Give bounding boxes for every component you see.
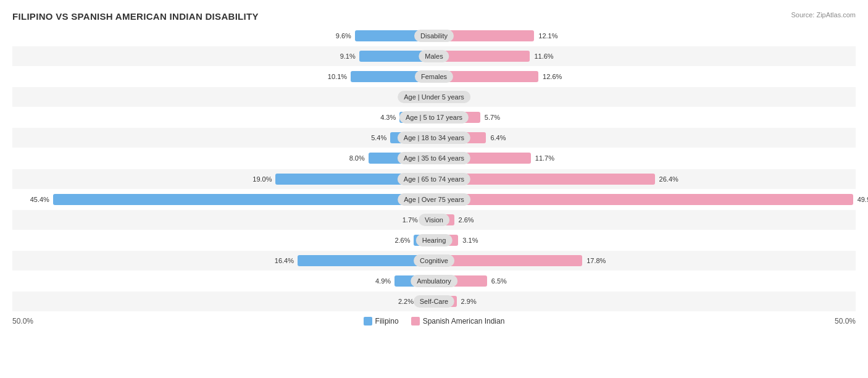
bar-right [435,51,530,62]
bar-label: Self-Care [414,295,454,308]
val-left: 1.7% [403,216,420,224]
val-right: 5.7% [485,114,500,121]
row-inner: 9.1% Males 11.6% [12,49,856,63]
bar-label: Males [419,50,449,62]
bar-row: 5.4% Age | 18 to 34 years 6.4% [12,128,856,148]
bar-row: 9.6% Disability 12.1% [12,26,856,46]
bar-left [53,194,433,205]
val-right: 6.4% [490,134,506,141]
val-left: 45.4% [30,196,51,203]
bar-label: Age | 18 to 34 years [398,132,470,144]
val-right: 49.9% [858,196,868,203]
bar-row: 19.0% Age | 65 to 74 years 26.4% [12,169,856,189]
source-text: Source: ZipAtlas.com [791,11,856,19]
bar-label: Age | 65 to 74 years [398,173,470,185]
bar-row: 2.6% Hearing 3.1% [12,230,856,250]
row-inner: 16.4% Cognitive 17.8% [12,254,856,267]
val-right: 11.7% [535,154,554,162]
bar-row: 2.2% Self-Care 2.9% [12,292,856,311]
row-inner: 4.9% Ambulatory 6.5% [12,274,856,288]
legend-color-spanish [411,317,420,326]
val-left: 2.6% [394,237,412,244]
bar-label: Disability [414,30,454,42]
legend-label-spanish: Spanish American Indian [423,317,505,326]
val-right: 17.8% [586,257,606,264]
row-inner: 9.6% Disability 12.1% [12,29,856,43]
axis-right-label: 50.0% [835,317,856,326]
bottom-area: 50.0% Filipino Spanish American Indian 5… [12,317,856,326]
legend-color-filipino [364,317,372,326]
row-inner: 10.1% Females 12.6% [12,70,856,83]
bar-label: Age | Over 75 years [398,193,470,206]
axis-left-label: 50.0% [12,317,33,326]
val-left: 10.1% [328,73,349,80]
row-inner: 4.3% Age | 5 to 17 years 5.7% [12,111,856,124]
row-inner: 8.0% Age | 35 to 64 years 11.7% [12,151,856,165]
bar-row: 4.9% Ambulatory 6.5% [12,271,856,291]
bar-label: Cognitive [414,254,454,267]
val-left: 2.2% [398,298,415,305]
bar-label: Ambulatory [411,275,457,287]
val-right: 11.6% [534,52,553,60]
val-right: 12.6% [543,73,562,80]
val-right: 12.1% [538,32,557,40]
row-inner: 2.2% Self-Care 2.9% [12,295,856,308]
bar-label: Females [415,70,453,83]
row-inner: 1.7% Vision 2.6% [12,213,856,227]
bar-label: Age | Under 5 years [398,91,470,103]
bar-rows: 9.6% Disability 12.1% 9.1% Males 11.6% 1… [12,25,856,312]
val-left: 9.6% [336,32,353,40]
val-left: 4.9% [375,277,393,285]
bar-label: Age | 35 to 64 years [398,152,470,164]
bar-row: 1.1% Age | Under 5 years 1.3% [12,87,856,107]
bar-row: 9.1% Males 11.6% [12,46,856,66]
val-left: 16.4% [275,257,296,264]
bar-right [435,255,582,266]
val-left: 8.0% [349,154,367,162]
val-right: 6.5% [491,277,507,285]
val-right: 2.9% [461,298,477,305]
bar-row: 4.3% Age | 5 to 17 years 5.7% [12,107,856,127]
row-inner: 2.6% Hearing 3.1% [12,233,856,247]
val-left: 19.0% [252,175,273,183]
bar-row: 10.1% Females 12.6% [12,67,856,86]
bar-label: Hearing [416,234,453,246]
bar-left [298,255,433,266]
val-left: 4.3% [380,114,398,121]
chart-container: FILIPINO VS SPANISH AMERICAN INDIAN DISA… [0,0,868,378]
row-inner: 45.4% Age | Over 75 years 49.9% [12,193,856,206]
bar-row: 45.4% Age | Over 75 years 49.9% [12,190,856,209]
bar-row: 8.0% Age | 35 to 64 years 11.7% [12,148,856,168]
legend-item-spanish: Spanish American Indian [411,317,505,326]
val-left: 9.1% [340,52,357,60]
chart-title: FILIPINO VS SPANISH AMERICAN INDIAN DISA… [12,11,856,22]
bar-label: Vision [419,214,449,226]
chart-area: 9.6% Disability 12.1% 9.1% Males 11.6% 1… [12,25,856,330]
row-inner: 19.0% Age | 65 to 74 years 26.4% [12,172,856,186]
val-left: 5.4% [371,134,388,141]
legend-item-filipino: Filipino [364,317,399,326]
row-inner: 1.1% Age | Under 5 years 1.3% [12,90,856,104]
bar-label: Age | 5 to 17 years [399,111,469,124]
val-right: 3.1% [462,237,478,244]
bar-row: 1.7% Vision 2.6% [12,210,856,230]
legend-label-filipino: Filipino [375,317,399,326]
val-right: 26.4% [659,175,678,183]
legend: Filipino Spanish American Indian [364,317,505,326]
bar-row: 16.4% Cognitive 17.8% [12,251,856,271]
bar-right [435,194,853,205]
val-right: 2.6% [459,216,474,224]
row-inner: 5.4% Age | 18 to 34 years 6.4% [12,131,856,145]
